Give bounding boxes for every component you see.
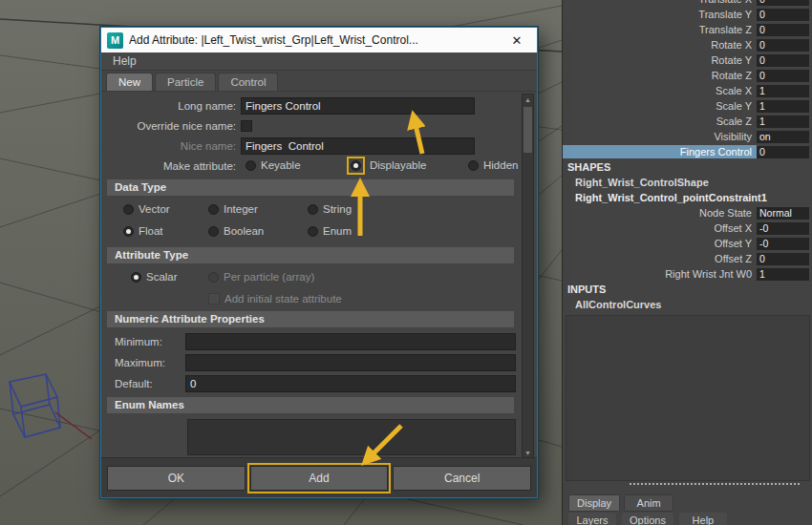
channel-value[interactable]: -0 [757,238,809,250]
dialog-buttons: OK Add Cancel [101,457,537,497]
menu-options[interactable]: Options [622,513,673,525]
channel-row[interactable]: Scale X1 [563,83,812,98]
nice-name-input [241,137,475,155]
channel-value[interactable]: on [757,131,809,143]
string-radio[interactable] [308,204,318,215]
tab-anim[interactable]: Anim [624,494,673,512]
panel-menu: Layers Options Help [568,513,727,525]
channel-value[interactable]: -0 [757,222,809,235]
displayable-radio[interactable] [351,160,361,171]
channel-value[interactable]: 0 [757,0,809,6]
option-scalar[interactable]: Scalar [131,271,178,283]
nice-name-label: Nice name: [107,140,241,152]
channel-row[interactable]: Translate Y0 [563,7,812,22]
tab-control[interactable]: Control [218,73,278,91]
add-button[interactable]: Add [250,466,389,491]
dialog-menubar: Help [101,52,537,71]
make-attribute-row: Make attribute: Keyable Displayable Hidd… [107,158,518,175]
enum-names-list[interactable] [187,419,516,455]
option-float[interactable]: Float [123,225,163,237]
cancel-button[interactable]: Cancel [393,466,531,491]
inputs-header: INPUTS [563,282,812,297]
channel-row[interactable]: Node StateNormal [563,205,812,220]
keyable-radio[interactable] [246,160,256,171]
dotted-separator [630,483,800,485]
option-enum[interactable]: Enum [308,225,352,237]
default-input[interactable] [185,375,516,392]
dialog-title: Add Attribute: |Left_Twist_wrist_Grp|Lef… [129,33,502,47]
vertical-scroll-thumb[interactable] [524,107,532,153]
channel-row[interactable]: Translate Z0 [563,22,812,37]
option-integer[interactable]: Integer [208,203,258,215]
tab-particle[interactable]: Particle [155,73,216,91]
make-attribute-label: Make attribute: [107,160,241,172]
input-item[interactable]: AllControlCurves [563,297,812,312]
scalar-radio[interactable] [131,272,141,283]
channel-row[interactable]: Scale Z1 [563,114,812,129]
channel-row[interactable]: Scale Y1 [563,98,812,114]
channel-value[interactable]: 0 [757,9,809,21]
channel-row[interactable]: Right Wrist Jnt W01 [563,266,812,282]
option-vector[interactable]: Vector [123,203,170,215]
minimum-input[interactable] [185,333,516,350]
shape-item[interactable]: Right_Wrist_Control_pointConstraint1 [563,190,812,205]
tab-display[interactable]: Display [568,494,620,512]
float-radio[interactable] [123,226,134,237]
channel-value[interactable]: Normal [757,207,809,220]
channel-value[interactable]: 0 [757,70,809,82]
axis-line [55,412,92,439]
menu-help[interactable]: Help [679,513,727,525]
channel-value[interactable]: 0 [757,24,809,36]
maximum-input[interactable] [185,354,516,371]
boolean-radio[interactable] [208,226,219,237]
menu-layers[interactable]: Layers [568,513,616,525]
channel-row[interactable]: Offset Y-0 [563,236,812,251]
option-hidden[interactable]: Hidden [468,159,518,171]
channel-row[interactable]: Rotate Z0 [563,68,812,83]
menu-help[interactable]: Help [105,54,144,68]
numeric-properties-header: Numeric Attribute Properties [107,311,514,327]
long-name-input[interactable] [241,97,475,115]
channel-row[interactable]: Offset X-0 [563,220,812,236]
channel-row[interactable]: Translate X0 [563,0,812,7]
minimum-label: Minimum: [115,336,185,347]
scroll-up-icon[interactable]: ▲ [523,94,533,106]
channel-row[interactable]: Offset Z0 [563,251,812,266]
option-per-particle: Per particle (array) [208,271,314,283]
add-attribute-dialog: M Add Attribute: |Left_Twist_wrist_Grp|L… [100,27,538,498]
option-boolean[interactable]: Boolean [208,225,264,237]
channel-value[interactable]: 1 [757,100,809,113]
ok-button[interactable]: OK [107,466,246,491]
channel-row[interactable]: Visibilityon [563,129,812,144]
data-type-row1: Vector Integer String [107,201,518,220]
dialog-titlebar[interactable]: M Add Attribute: |Left_Twist_wrist_Grp|L… [101,28,537,52]
maya-logo-icon: M [107,32,123,49]
channel-row[interactable]: Rotate X0 [563,37,812,52]
channel-value[interactable]: 0 [757,39,809,52]
channel-value[interactable]: 1 [757,116,809,128]
option-string[interactable]: String [308,203,352,215]
shape-item[interactable]: Right_Wrist_ControlShape [563,175,812,190]
vector-radio[interactable] [123,204,134,215]
channel-row-selected[interactable]: Fingers Control0 [563,144,812,159]
override-nice-name-checkbox[interactable] [241,120,252,132]
channel-value[interactable]: 0 [757,146,809,158]
option-displayable[interactable]: Displayable [351,159,426,171]
per-particle-radio [208,272,219,283]
channel-value[interactable]: 0 [757,54,809,67]
channel-value[interactable]: 0 [757,253,809,265]
layer-editor-area [566,315,810,481]
channel-value[interactable]: 1 [757,268,809,281]
integer-radio[interactable] [208,204,219,215]
hidden-radio[interactable] [468,160,479,171]
tab-new[interactable]: New [106,73,153,91]
shapes-header: SHAPES [563,159,812,175]
displayable-highlight-box [347,157,365,175]
panel-tabs: Display Anim [568,494,673,512]
vertical-scrollbar[interactable]: ▲ ▼ [522,94,534,460]
close-icon[interactable]: ✕ [502,33,531,48]
channel-row[interactable]: Rotate Y0 [563,52,812,68]
enum-radio[interactable] [308,226,318,237]
option-keyable[interactable]: Keyable [246,159,301,171]
channel-value[interactable]: 1 [757,85,809,97]
